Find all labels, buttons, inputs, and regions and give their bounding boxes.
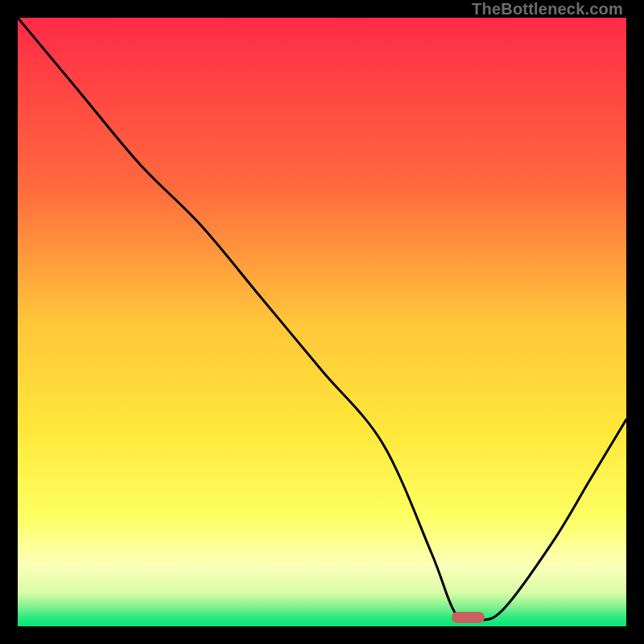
gradient-background bbox=[18, 18, 626, 626]
optimal-marker bbox=[452, 612, 485, 623]
bottleneck-chart bbox=[18, 18, 626, 626]
watermark-text: TheBottleneck.com bbox=[472, 0, 623, 19]
